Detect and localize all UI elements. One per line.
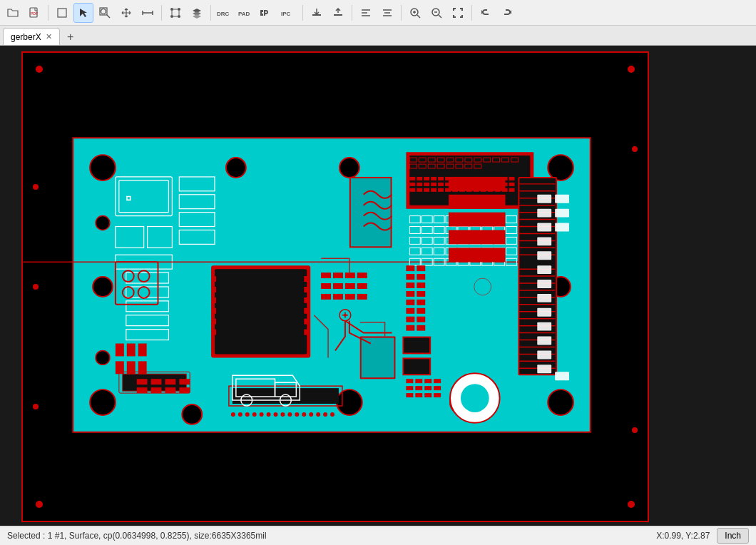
svg-rect-304 bbox=[537, 350, 551, 359]
svg-rect-162 bbox=[438, 177, 444, 180]
svg-rect-67 bbox=[213, 297, 216, 303]
svg-text:DRC: DRC bbox=[217, 11, 230, 17]
netlist-button[interactable] bbox=[165, 3, 185, 23]
svg-rect-330 bbox=[127, 344, 136, 357]
svg-rect-174 bbox=[417, 183, 422, 186]
svg-rect-309 bbox=[406, 274, 414, 280]
svg-point-219 bbox=[287, 412, 292, 417]
svg-line-30 bbox=[417, 15, 420, 18]
svg-rect-132 bbox=[345, 272, 355, 278]
svg-rect-177 bbox=[438, 183, 444, 186]
svg-rect-311 bbox=[406, 282, 414, 288]
pad-button[interactable]: PAD bbox=[236, 3, 256, 23]
svg-rect-192 bbox=[438, 188, 444, 192]
zoom-in-button[interactable] bbox=[405, 3, 425, 23]
svg-rect-153 bbox=[362, 338, 394, 378]
svg-rect-191 bbox=[431, 188, 436, 192]
zoom-window-button[interactable] bbox=[95, 3, 115, 23]
svg-rect-157 bbox=[404, 359, 429, 374]
pcb-container: ◻ bbox=[21, 51, 649, 522]
svg-rect-314 bbox=[417, 291, 425, 297]
svg-rect-209 bbox=[165, 387, 175, 393]
statusbar: Selected : 1 #1, Surface, cp(0.0634998, … bbox=[0, 526, 756, 545]
svg-rect-141 bbox=[357, 294, 367, 300]
svg-line-34 bbox=[439, 15, 441, 18]
svg-rect-236 bbox=[424, 393, 431, 397]
svg-rect-334 bbox=[138, 361, 147, 374]
svg-rect-327 bbox=[449, 248, 506, 262]
svg-rect-315 bbox=[406, 300, 414, 305]
import-button[interactable] bbox=[307, 3, 327, 23]
svg-point-212 bbox=[238, 412, 242, 417]
zoom-fit-button[interactable] bbox=[448, 3, 468, 23]
svg-text:◻: ◻ bbox=[126, 195, 131, 201]
svg-point-6 bbox=[101, 9, 106, 14]
split-button[interactable] bbox=[377, 3, 397, 23]
svg-rect-310 bbox=[417, 274, 425, 280]
redo-button[interactable] bbox=[497, 3, 517, 23]
zoom-out-button[interactable] bbox=[426, 3, 446, 23]
svg-rect-308 bbox=[417, 265, 425, 271]
status-text: Selected : 1 #1, Surface, cp(0.0634998, … bbox=[7, 531, 267, 541]
svg-rect-303 bbox=[537, 337, 551, 345]
select-tool-button[interactable] bbox=[52, 3, 72, 23]
svg-point-218 bbox=[280, 412, 285, 417]
svg-rect-307 bbox=[406, 265, 414, 271]
svg-rect-230 bbox=[406, 386, 413, 390]
svg-rect-136 bbox=[345, 283, 355, 289]
tab-gerberX[interactable]: gerberX ✕ bbox=[3, 28, 60, 45]
svg-point-44 bbox=[93, 277, 113, 297]
layer-button[interactable] bbox=[187, 3, 207, 23]
canvas-area[interactable]: ◻ bbox=[0, 46, 756, 540]
svg-point-224 bbox=[323, 412, 327, 417]
svg-rect-175 bbox=[424, 183, 429, 186]
svg-rect-71 bbox=[304, 276, 307, 282]
drc-button[interactable]: DRC bbox=[215, 3, 235, 23]
svg-rect-140 bbox=[345, 294, 355, 300]
svg-point-242 bbox=[182, 404, 202, 424]
svg-point-13 bbox=[178, 15, 180, 18]
svg-rect-316 bbox=[417, 300, 425, 305]
tab-close-button[interactable]: ✕ bbox=[46, 32, 52, 41]
open-pdf-button[interactable]: PDF bbox=[24, 3, 44, 23]
svg-rect-206 bbox=[179, 379, 190, 384]
svg-point-46 bbox=[337, 389, 362, 415]
svg-rect-321 bbox=[406, 325, 414, 331]
svg-rect-306 bbox=[555, 372, 569, 380]
svg-rect-231 bbox=[415, 386, 422, 390]
svg-text:PDF: PDF bbox=[31, 11, 38, 16]
svg-rect-188 bbox=[409, 188, 415, 192]
svg-rect-205 bbox=[165, 379, 175, 384]
svg-rect-318 bbox=[417, 308, 425, 314]
svg-point-222 bbox=[309, 412, 313, 417]
svg-rect-72 bbox=[304, 287, 307, 292]
svg-rect-300 bbox=[537, 294, 551, 302]
undo-button[interactable] bbox=[476, 3, 496, 23]
svg-point-213 bbox=[245, 412, 250, 417]
svg-rect-297 bbox=[537, 251, 551, 260]
svg-rect-139 bbox=[333, 294, 343, 300]
gerber-button[interactable] bbox=[257, 3, 277, 23]
svg-rect-203 bbox=[137, 379, 148, 384]
svg-point-217 bbox=[274, 412, 278, 417]
svg-rect-76 bbox=[304, 330, 307, 335]
svg-rect-75 bbox=[304, 319, 307, 325]
pcb-svg: ◻ bbox=[23, 53, 648, 521]
svg-rect-210 bbox=[179, 387, 190, 393]
svg-rect-232 bbox=[424, 386, 431, 390]
cursor-tool-button[interactable] bbox=[73, 3, 93, 23]
add-tab-button[interactable]: + bbox=[63, 29, 78, 45]
export-button[interactable] bbox=[328, 3, 348, 23]
open-folder-button[interactable] bbox=[3, 3, 23, 23]
sep7 bbox=[471, 5, 472, 21]
ipc-button[interactable]: IPC bbox=[279, 3, 299, 23]
svg-rect-229 bbox=[434, 379, 441, 383]
measure-tool-button[interactable] bbox=[138, 3, 158, 23]
svg-rect-324 bbox=[449, 195, 506, 209]
pan-tool-button[interactable] bbox=[116, 3, 136, 23]
unit-toggle-button[interactable]: Inch bbox=[717, 528, 749, 544]
svg-point-37 bbox=[90, 155, 116, 180]
sep3 bbox=[210, 5, 211, 21]
svg-rect-317 bbox=[406, 308, 414, 314]
align-left-button[interactable] bbox=[356, 3, 376, 23]
